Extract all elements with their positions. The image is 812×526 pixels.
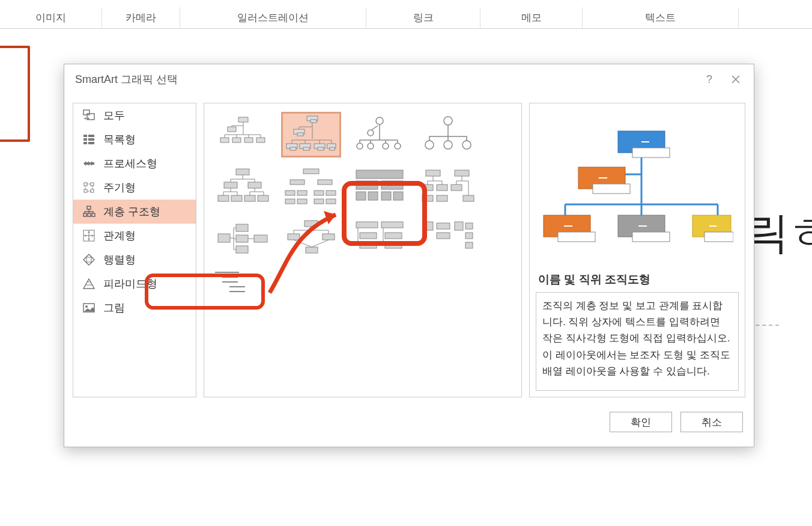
svg-rect-95 — [360, 242, 377, 248]
ribbon-label: 일러스트레이션 — [237, 12, 309, 23]
svg-rect-101 — [465, 223, 473, 229]
matrix-icon — [82, 252, 96, 267]
layout-hierarchy-list[interactable] — [418, 215, 478, 261]
svg-rect-74 — [426, 170, 440, 176]
ribbon-group-illustration[interactable]: 일러스트레이션 — [180, 7, 366, 28]
svg-point-42 — [368, 143, 374, 149]
svg-rect-5 — [88, 135, 94, 137]
svg-rect-99 — [437, 233, 450, 239]
category-relationship[interactable]: 관계형 — [73, 224, 196, 248]
category-hierarchy[interactable]: 계층 구조형 — [73, 200, 196, 224]
preview-image — [530, 103, 745, 269]
ribbon-group-link[interactable]: 링크 — [366, 7, 480, 28]
svg-rect-8 — [83, 142, 87, 144]
layout-horizontal-hierarchy[interactable] — [213, 215, 273, 261]
category-label: 프로세스형 — [103, 156, 157, 171]
svg-rect-23 — [220, 138, 229, 142]
svg-rect-98 — [437, 223, 450, 229]
svg-rect-77 — [437, 185, 447, 191]
svg-rect-96 — [385, 242, 402, 248]
ribbon-group-text[interactable]: 텍스트 — [583, 7, 739, 28]
ok-button[interactable]: 확인 — [610, 412, 672, 432]
svg-rect-57 — [290, 180, 304, 185]
layout-name-title-org[interactable] — [281, 112, 341, 157]
layout-hierarchy-table[interactable] — [350, 215, 410, 261]
layout-hierarchy-1[interactable] — [213, 164, 273, 209]
category-label: 계층 구조형 — [103, 204, 160, 219]
category-matrix[interactable]: 행렬형 — [73, 248, 196, 272]
svg-rect-14 — [87, 206, 91, 209]
help-icon: ? — [706, 73, 712, 86]
layout-hierarchy-3[interactable] — [418, 164, 478, 209]
category-process[interactable]: 프로세스형 — [73, 151, 196, 176]
slide-thumbnail-selected[interactable] — [0, 46, 30, 142]
category-all[interactable]: 모두 — [73, 103, 196, 127]
ribbon-group-memo[interactable]: 메모 — [480, 7, 583, 28]
svg-rect-67 — [356, 170, 403, 179]
svg-rect-87 — [304, 221, 318, 227]
svg-rect-105 — [632, 148, 670, 157]
svg-rect-93 — [360, 233, 377, 239]
svg-point-43 — [383, 143, 389, 149]
layout-half-circle-org[interactable] — [350, 112, 410, 157]
cancel-button[interactable]: 취소 — [680, 412, 743, 432]
ribbon-label: 이미지 — [35, 12, 66, 23]
category-picture[interactable]: 그림 — [73, 296, 196, 320]
svg-rect-90 — [306, 247, 318, 253]
help-button[interactable]: ? — [696, 67, 723, 91]
svg-rect-32 — [290, 147, 296, 150]
svg-rect-10 — [84, 183, 87, 186]
svg-rect-50 — [224, 182, 237, 188]
ribbon-group-camera[interactable]: 카메라 — [102, 7, 180, 28]
layout-org-chart[interactable] — [213, 112, 273, 157]
svg-rect-61 — [314, 191, 324, 195]
category-list: 모두 목록형 프로세스형 주기형 계층 구조형 관계형 — [73, 103, 196, 397]
svg-rect-49 — [236, 169, 249, 175]
close-button[interactable] — [723, 67, 749, 91]
svg-rect-81 — [463, 195, 474, 201]
category-list-type[interactable]: 목록형 — [73, 127, 196, 151]
layout-hierarchy-blocks[interactable] — [350, 164, 410, 209]
layout-circle-org[interactable] — [418, 112, 478, 157]
svg-rect-103 — [465, 242, 473, 248]
category-label: 주기형 — [103, 180, 136, 195]
hierarchy-icon — [82, 204, 96, 219]
svg-rect-52 — [218, 195, 229, 201]
svg-rect-60 — [297, 191, 307, 195]
category-pyramid[interactable]: 피라미드형 — [73, 272, 196, 296]
svg-rect-15 — [83, 213, 86, 216]
close-icon — [731, 75, 741, 84]
svg-rect-86 — [254, 235, 267, 242]
preview-pane: 이름 및 직위 조직도형 조직의 계층 정보 및 보고 관계를 표시합니다. 직… — [529, 103, 745, 397]
category-label: 행렬형 — [103, 252, 136, 267]
svg-rect-76 — [422, 185, 433, 191]
svg-rect-0 — [83, 110, 89, 115]
ribbon: 이미지 카메라 일러스트레이션 링크 메모 텍스트 — [0, 0, 812, 29]
svg-point-3 — [88, 118, 89, 120]
layout-hierarchy-2[interactable] — [281, 164, 341, 209]
svg-rect-25 — [244, 138, 253, 142]
layout-text-option[interactable] — [213, 267, 273, 297]
svg-rect-114 — [593, 184, 630, 194]
svg-rect-13 — [91, 189, 94, 192]
category-cycle[interactable]: 주기형 — [73, 176, 196, 200]
category-label: 모두 — [103, 108, 125, 123]
svg-rect-59 — [285, 191, 295, 195]
svg-rect-78 — [451, 185, 462, 191]
svg-rect-97 — [425, 222, 433, 230]
cycle-icon — [82, 180, 96, 195]
svg-rect-88 — [288, 234, 300, 240]
svg-rect-65 — [314, 199, 324, 204]
svg-rect-51 — [248, 182, 261, 188]
dialog-footer: 확인 취소 — [64, 406, 754, 438]
pyramid-icon — [82, 277, 96, 291]
svg-rect-22 — [228, 127, 236, 132]
ribbon-group-images[interactable]: 이미지 — [0, 7, 102, 28]
layout-grid — [204, 103, 522, 397]
layout-hierarchy-labeled[interactable] — [281, 215, 341, 261]
svg-point-47 — [444, 141, 452, 149]
svg-rect-117 — [558, 232, 595, 242]
svg-rect-55 — [258, 195, 268, 201]
preview-title: 이름 및 직위 조직도형 — [530, 269, 745, 292]
ribbon-label: 카메라 — [126, 12, 156, 23]
